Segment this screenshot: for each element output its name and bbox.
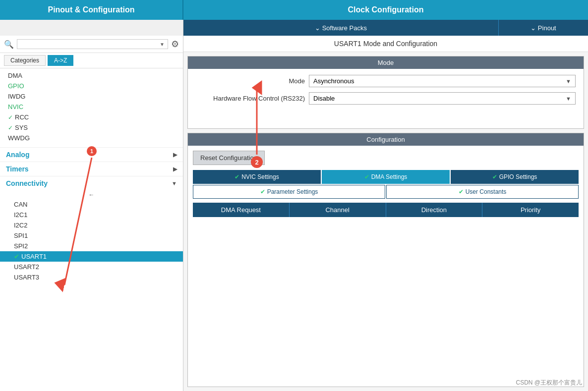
sub-header: ⌄ Software Packs ⌄ Pinout [0,20,588,36]
sidebar-item-i2c1[interactable]: I2C1 [0,210,183,220]
category-tabs: Categories A->Z [0,53,183,68]
gpio-check-icon: ✔ [492,173,497,180]
nvic-check-icon: ✔ [235,173,239,180]
dma-table-header: DMA Request Channel Direction Priority [193,203,579,217]
rcc-check-icon: ✓ [8,114,13,121]
sidebar-item-nvic[interactable]: NVIC [0,102,183,112]
sidebar-item-sys[interactable]: ✓ SYS [0,122,183,133]
mode-row: Mode Asynchronous ▼ [196,75,576,87]
mode-section: Mode Mode Asynchronous ▼ Hardware Flow C… [187,56,584,129]
panel-title: USART1 Mode and Configuration [183,36,588,52]
sub-header-left [0,20,183,36]
spacer1 [0,143,183,147]
tab-nvic-settings[interactable]: ✔ NVIC Settings [193,170,321,184]
main-layout: 🔍 ▼ ⚙ Categories A->Z DMA GPIO [0,36,588,391]
col-direction: Direction [386,203,483,217]
hw-flow-select[interactable]: Disable ▼ [309,92,576,105]
search-bar: 🔍 ▼ ⚙ [0,36,183,53]
tab-az[interactable]: A->Z [48,55,73,66]
reset-config-button[interactable]: Reset Configuration [193,151,265,165]
connectivity-chevron-icon: ▼ [172,180,177,186]
col-priority: Priority [482,203,579,217]
top-header: Pinout & Configuration Clock Configurati… [0,0,588,20]
software-packs-btn[interactable]: ⌄ Software Packs [183,20,499,36]
sidebar-item-wwdg[interactable]: WWDG [0,133,183,143]
pinout-btn[interactable]: ⌄ Pinout [499,20,588,36]
config-section: Configuration Reset Configuration ✔ NVIC… [187,133,584,387]
mode-section-header: Mode [188,56,584,69]
chevron-down-icon: ▼ [160,42,165,47]
sidebar: 🔍 ▼ ⚙ Categories A->Z DMA GPIO [0,36,183,391]
sidebar-item-usart3[interactable]: USART3 [0,272,183,282]
config-tabs-row2: ✔ Parameter Settings ✔ User Constants [193,185,579,199]
col-channel: Channel [290,203,386,217]
gear-icon[interactable]: ⚙ [171,39,179,50]
sidebar-item-spi2[interactable]: SPI2 [0,241,183,251]
sidebar-item-usart2[interactable]: USART2 [0,262,183,272]
search-input[interactable] [20,41,160,48]
config-section-header: Configuration [188,133,584,146]
sidebar-item-rcc[interactable]: ✓ RCC [0,112,183,122]
tab-dma-settings[interactable]: ✔ DMA Settings [322,170,450,184]
timers-chevron-icon: ▶ [173,166,177,172]
search-icon: 🔍 [4,40,14,49]
sys-check-icon: ✓ [8,124,13,131]
mode-select[interactable]: Asynchronous ▼ [309,75,576,87]
sidebar-item-usart1[interactable]: ✔ USART1 [0,251,183,262]
hw-flow-row: Hardware Flow Control (RS232) Disable ▼ [196,92,576,105]
col-dma-request: DMA Request [193,203,290,217]
mode-label: Mode [196,77,305,85]
config-tabs-row1: ✔ NVIC Settings ✔ DMA Settings ✔ GPIO Se… [193,170,579,184]
param-check-icon: ✔ [260,188,265,195]
search-input-wrap[interactable]: ▼ [17,39,168,49]
watermark: CSDN @王权那个富贵儿 [516,379,582,387]
section-timers[interactable]: Timers ▶ [0,162,183,176]
section-connectivity[interactable]: Connectivity ▼ [0,176,183,190]
dma-check-icon: ✔ [364,173,369,180]
pinout-config-tab[interactable]: Pinout & Configuration [0,0,183,20]
tab-categories[interactable]: Categories [4,55,46,66]
sidebar-item-i2c2[interactable]: I2C2 [0,220,183,230]
hw-flow-label: Hardware Flow Control (RS232) [196,95,305,102]
sidebar-item-dma[interactable]: DMA [0,70,183,81]
collapse-indicator: ← [0,190,183,199]
mode-chevron-icon: ▼ [566,78,571,84]
section-analog[interactable]: Analog ▶ [0,147,183,162]
user-check-icon: ✔ [459,188,464,195]
tab-user-constants[interactable]: ✔ User Constants [386,185,579,199]
right-panel: USART1 Mode and Configuration Mode Mode … [183,36,588,391]
clock-config-tab[interactable]: Clock Configuration [183,0,588,20]
usart1-check-icon: ✔ [14,253,19,260]
tab-parameter-settings[interactable]: ✔ Parameter Settings [193,185,385,199]
sidebar-item-can[interactable]: CAN [0,199,183,210]
hw-flow-chevron-icon: ▼ [566,96,571,102]
analog-chevron-icon: ▶ [173,152,177,158]
sidebar-item-spi1[interactable]: SPI1 [0,230,183,241]
mode-content: Mode Asynchronous ▼ Hardware Flow Contro… [188,69,584,128]
sidebar-list: DMA GPIO IWDG NVIC ✓ RCC ✓ SYS [0,68,183,391]
tab-gpio-settings[interactable]: ✔ GPIO Settings [451,170,579,184]
sidebar-item-iwdg[interactable]: IWDG [0,91,183,102]
sidebar-item-gpio[interactable]: GPIO [0,81,183,91]
config-content: Reset Configuration ✔ NVIC Settings ✔ DM… [188,146,584,222]
